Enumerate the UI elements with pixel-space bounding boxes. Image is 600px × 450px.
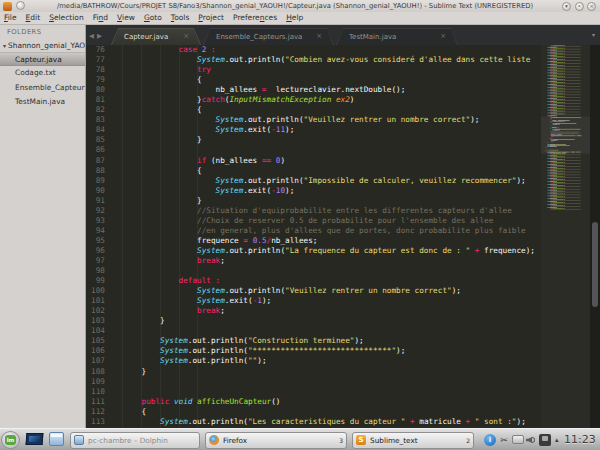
menu-edit[interactable]: Edit bbox=[26, 13, 41, 22]
tab-label: Capteur.java bbox=[124, 33, 168, 41]
sidebar-file-capteur-java[interactable]: Capteur.java bbox=[0, 52, 85, 66]
code-editor[interactable]: 76 case 2 :77 System.out.println("Combie… bbox=[86, 45, 541, 428]
code-line[interactable]: 110 bbox=[86, 387, 541, 397]
code-line[interactable]: 108 } bbox=[86, 367, 541, 377]
code-line[interactable]: 90 System.exit(-10); bbox=[86, 186, 541, 196]
code-text: { bbox=[123, 407, 146, 417]
code-line[interactable]: 111 public void afficheUnCapteur() bbox=[86, 397, 541, 407]
code-line[interactable]: 105 System.out.println("Construction ter… bbox=[86, 336, 541, 346]
code-line[interactable]: 89 System.out.println("Impossible de cal… bbox=[86, 176, 541, 186]
code-line[interactable]: 86 bbox=[86, 145, 541, 155]
tab-close-icon[interactable]: × bbox=[316, 32, 322, 40]
code-line[interactable]: 84 System.exit(-11); bbox=[86, 125, 541, 135]
code-line[interactable]: 79 { bbox=[86, 75, 541, 85]
code-line[interactable]: 98 bbox=[86, 266, 541, 276]
minimap[interactable] bbox=[541, 45, 590, 428]
taskbar-item-dolphin[interactable]: pc-chambre – Dolphin bbox=[70, 432, 200, 449]
tab-ensemble-capteurs-java[interactable]: Ensemble_Capteurs.java× bbox=[203, 28, 334, 45]
code-line[interactable]: 101 System.exit(-1); bbox=[86, 296, 541, 306]
menu-find[interactable]: Find bbox=[93, 13, 108, 22]
line-number: 80 bbox=[86, 85, 105, 95]
line-number: 107 bbox=[86, 356, 105, 366]
tab-close-icon[interactable]: × bbox=[183, 32, 189, 40]
code-line[interactable]: 107 System.out.println(""); bbox=[86, 356, 541, 366]
code-text: frequence = 0.5/nb_allees; bbox=[123, 236, 317, 246]
taskbar-item-sublime[interactable]: S Sublime_text 2 bbox=[352, 432, 474, 449]
menu-project[interactable]: Project bbox=[198, 13, 224, 22]
code-line[interactable]: 87 if (nb_allees == 0) bbox=[86, 156, 541, 166]
sidebar-file-codage-txt[interactable]: Codage.txt bbox=[0, 66, 85, 80]
code-text: System.out.println("Construction termine… bbox=[123, 336, 364, 346]
tab-close-icon[interactable]: × bbox=[440, 32, 446, 40]
klipper-scissors-icon[interactable]: ✂ bbox=[498, 434, 510, 446]
code-line[interactable]: 92 //Situation d'equiprobabilite entre l… bbox=[86, 206, 541, 216]
menu-selection[interactable]: Selection bbox=[49, 13, 84, 22]
code-text: default : bbox=[123, 276, 220, 286]
menu-tools[interactable]: Tools bbox=[171, 13, 189, 22]
tab-testmain-java[interactable]: TestMain.java× bbox=[336, 28, 458, 45]
code-line[interactable]: 76 case 2 : bbox=[86, 45, 541, 55]
line-number: 77 bbox=[86, 55, 105, 65]
line-number: 84 bbox=[86, 125, 105, 135]
code-line[interactable]: 85 } bbox=[86, 135, 541, 145]
code-text: System.out.println("Combien avez-vous co… bbox=[123, 55, 530, 65]
code-line[interactable]: 91 } bbox=[86, 196, 541, 206]
code-line[interactable]: 96 System.out.println("La frequence du c… bbox=[86, 246, 541, 256]
show-desktop-button[interactable] bbox=[26, 433, 44, 445]
line-number: 113 bbox=[86, 417, 105, 427]
window-menu-button[interactable] bbox=[16, 1, 25, 10]
code-line[interactable]: 113 System.out.println("Les caracteristi… bbox=[86, 417, 541, 427]
code-line[interactable]: 77 System.out.println("Combien avez-vous… bbox=[86, 55, 541, 65]
menu-goto[interactable]: Goto bbox=[144, 13, 162, 22]
line-number: 109 bbox=[86, 377, 105, 387]
menu-view[interactable]: View bbox=[117, 13, 135, 22]
tray-expand-icon[interactable]: ▴ bbox=[555, 436, 559, 444]
code-line[interactable]: 100 System.out.println("Veuillez rentrer… bbox=[86, 286, 541, 296]
code-line[interactable]: 104 bbox=[86, 326, 541, 336]
tab-capteur-java[interactable]: Capteur.java× bbox=[111, 28, 201, 45]
code-line[interactable]: 81 }catch(InputMismatchException ex2) bbox=[86, 95, 541, 105]
sidebar-file-testmain-java[interactable]: TestMain.java bbox=[0, 95, 85, 109]
code-line[interactable]: 103 } bbox=[86, 316, 541, 326]
code-line[interactable]: 95 frequence = 0.5/nb_allees; bbox=[86, 236, 541, 246]
code-line[interactable]: 78 try bbox=[86, 65, 541, 75]
close-button[interactable]: × bbox=[587, 2, 596, 11]
sublime-app-icon bbox=[3, 2, 12, 11]
mint-logo-icon: lm bbox=[5, 435, 16, 445]
mint-menu-button[interactable]: lm bbox=[1, 431, 20, 449]
menu-help[interactable]: Help bbox=[286, 13, 303, 22]
code-line[interactable]: 83 System.out.println("Veuillez rentrer … bbox=[86, 115, 541, 125]
code-line[interactable]: 112 { bbox=[86, 407, 541, 417]
code-line[interactable]: 94 //en general, plus d'allees que de po… bbox=[86, 226, 541, 236]
code-line[interactable]: 82 { bbox=[86, 105, 541, 115]
code-line[interactable]: 80 nb_allees = lectureclavier.nextDouble… bbox=[86, 85, 541, 95]
window-list-button[interactable] bbox=[49, 432, 64, 446]
network-tray-icon[interactable] bbox=[512, 435, 524, 444]
code-line[interactable]: 106 System.out.println("****************… bbox=[86, 346, 541, 356]
device-tray-icon[interactable] bbox=[539, 434, 551, 446]
sidebar-file-ensemble-capteurs[interactable]: Ensemble_Capteurs bbox=[0, 81, 85, 95]
line-number: 102 bbox=[86, 306, 105, 316]
line-number: 104 bbox=[86, 326, 105, 336]
code-text: public void afficheUnCapteur() bbox=[123, 397, 280, 407]
volume-tray-icon[interactable] bbox=[525, 434, 537, 446]
screen: /media/BATHROW/Cours/PROJET S8/Fano3/Sha… bbox=[0, 0, 600, 450]
taskbar-item-firefox[interactable]: Firefox 3 bbox=[205, 432, 347, 449]
info-tray-icon[interactable]: i bbox=[484, 434, 496, 446]
expand-triangle-icon: ▾ bbox=[3, 42, 6, 49]
code-line[interactable]: 97 break; bbox=[86, 256, 541, 266]
tab-overflow-icon[interactable]: ▾ bbox=[592, 31, 595, 38]
minimize-button[interactable]: ▾ bbox=[562, 2, 571, 11]
line-number: 105 bbox=[86, 336, 105, 346]
code-line[interactable]: 93 //Choix de reserver 0.5 de probabilit… bbox=[86, 216, 541, 226]
sidebar-root-folder[interactable]: ▾Shannon_genial_YAOUH! bbox=[3, 41, 85, 50]
tab-history-arrows[interactable]: ◀▶ bbox=[89, 32, 105, 40]
code-line[interactable]: 88 { bbox=[86, 166, 541, 176]
code-line[interactable]: 102 break; bbox=[86, 306, 541, 316]
code-line[interactable]: 99 default : bbox=[86, 276, 541, 286]
menu-preferences[interactable]: Preferences bbox=[233, 13, 277, 22]
scrollbar-thumb[interactable] bbox=[592, 222, 598, 307]
menu-file[interactable]: File bbox=[4, 13, 17, 22]
maximize-button[interactable]: • bbox=[575, 2, 584, 11]
code-line[interactable]: 109 bbox=[86, 377, 541, 387]
